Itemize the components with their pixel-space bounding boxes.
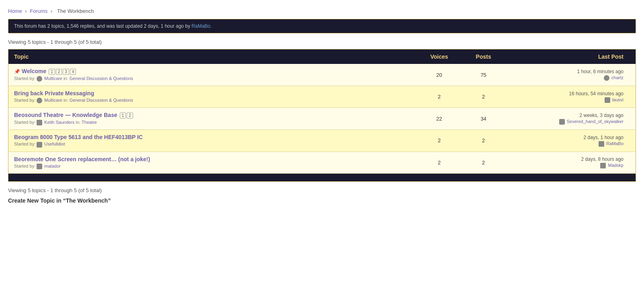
col-last-post: Last Post [505, 49, 636, 64]
forum-info-bar: This forum has 2 topics, 1,546 replies, … [8, 19, 636, 33]
last-post-time-5: 2 days, 8 hours ago [510, 156, 623, 162]
author-avatar [37, 164, 42, 169]
topic-title-3[interactable]: Beosound Theatre — Knowledge Base [14, 112, 117, 118]
breadcrumb-home[interactable]: Home [8, 8, 22, 14]
page-links: 12 [120, 113, 133, 119]
viewing-top: Viewing 5 topics - 1 through 5 (of 5 tot… [8, 39, 636, 45]
author-link-5[interactable]: matador [44, 164, 60, 168]
started-by-3: Started by: Keith Saunders in: Theatre [14, 120, 410, 125]
page-link[interactable]: 3 [63, 69, 69, 75]
voices-cell-4: 2 [416, 130, 462, 152]
author-link-2[interactable]: Multicare [44, 98, 62, 103]
started-by-5: Started by: matador [14, 164, 410, 169]
last-post-cell-3: 2 weeks, 3 days ago Severed_hand_of_skyw… [505, 108, 636, 130]
page-links: 1234 [49, 69, 76, 75]
last-post-user-4: RaMaBo [510, 141, 623, 147]
table-header-row: Topic Voices Posts Last Post [8, 49, 636, 64]
topic-title-2[interactable]: Bring back Private Messaging [14, 90, 94, 96]
last-post-user-3: Severed_hand_of_skywalker [510, 119, 623, 125]
breadcrumb: Home › Forums › The Workbench [8, 8, 636, 14]
page-link[interactable]: 2 [127, 113, 133, 119]
last-post-user-2: lausvi [510, 97, 623, 103]
topic-title-1[interactable]: Welcome [22, 68, 46, 74]
last-post-user-1: chartz [510, 75, 623, 81]
table-footer-row [8, 173, 636, 181]
table-row: 📌Welcome1234 Started by: Multicare in: G… [8, 64, 636, 86]
topic-cell-3: Beosound Theatre — Knowledge Base12 Star… [8, 108, 416, 130]
breadcrumb-section: The Workbench [57, 8, 94, 14]
voices-cell-1: 20 [416, 64, 462, 86]
author-link-4[interactable]: Usefulldiot [44, 142, 65, 146]
started-by-4: Started by: Usefulldiot [14, 142, 410, 147]
breadcrumb-sep2: › [51, 8, 54, 14]
table-footer-cell [8, 173, 636, 181]
last-post-user-link-5[interactable]: Madskp [608, 163, 623, 168]
last-post-avatar [604, 75, 609, 81]
posts-cell-4: 2 [462, 130, 505, 152]
last-post-time-4: 2 days, 1 hour ago [510, 135, 623, 140]
last-post-user-5: Madskp [510, 163, 623, 168]
last-post-cell-5: 2 days, 8 hours ago Madskp [505, 152, 636, 173]
page-link[interactable]: 1 [49, 69, 55, 75]
category-link-2[interactable]: General Discussion & Questions [70, 98, 133, 103]
col-posts: Posts [462, 49, 505, 64]
col-topic: Topic [8, 49, 416, 64]
author-avatar [37, 76, 42, 82]
page-link[interactable]: 2 [56, 69, 62, 75]
last-post-time-2: 16 hours, 54 minutes ago [510, 91, 623, 96]
last-post-user-link-1[interactable]: chartz [611, 75, 623, 80]
breadcrumb-sep1: › [25, 8, 28, 14]
forum-info-text: This forum has 2 topics, 1,546 replies, … [14, 23, 190, 29]
author-avatar [37, 98, 42, 103]
category-link-1[interactable]: General Discussion & Questions [70, 76, 133, 81]
create-topic-label: Create New Topic in “The Workbench” [8, 197, 636, 204]
posts-cell-5: 2 [462, 152, 505, 173]
topic-cell-1: 📌Welcome1234 Started by: Multicare in: G… [8, 64, 416, 86]
author-avatar [37, 120, 42, 125]
breadcrumb-forums[interactable]: Forums [30, 8, 47, 14]
voices-cell-2: 2 [416, 86, 462, 108]
last-post-avatar [605, 97, 610, 103]
table-row: Beogram 8000 Type 5613 and the HEF4013BP… [8, 130, 636, 152]
topics-table: Topic Voices Posts Last Post 📌Welcome123… [8, 49, 636, 182]
topic-title-4[interactable]: Beogram 8000 Type 5613 and the HEF4013BP… [14, 134, 143, 140]
posts-cell-3: 34 [462, 108, 505, 130]
last-post-time-1: 1 hour, 6 minutes ago [510, 69, 623, 74]
voices-cell-3: 22 [416, 108, 462, 130]
table-row: Beosound Theatre — Knowledge Base12 Star… [8, 108, 636, 130]
posts-cell-1: 75 [462, 64, 505, 86]
topic-cell-2: Bring back Private Messaging Started by:… [8, 86, 416, 108]
last-post-time-3: 2 weeks, 3 days ago [510, 113, 623, 118]
started-by-1: Started by: Multicare in: General Discus… [14, 76, 410, 82]
last-post-cell-1: 1 hour, 6 minutes ago chartz [505, 64, 636, 86]
topic-cell-5: Beoremote One Screen replacement… (not a… [8, 152, 416, 173]
table-row: Beoremote One Screen replacement… (not a… [8, 152, 636, 173]
page-link[interactable]: 4 [70, 69, 76, 75]
last-post-cell-4: 2 days, 1 hour ago RaMaBo [505, 130, 636, 152]
pin-icon: 📌 [14, 69, 20, 74]
col-voices: Voices [416, 49, 462, 64]
author-avatar [37, 142, 42, 148]
started-by-2: Started by: Multicare in: General Discus… [14, 98, 410, 103]
topic-cell-4: Beogram 8000 Type 5613 and the HEF4013BP… [8, 130, 416, 152]
category-link-3[interactable]: Theatre [82, 120, 97, 125]
last-post-cell-2: 16 hours, 54 minutes ago lausvi [505, 86, 636, 108]
viewing-bottom: Viewing 5 topics - 1 through 5 (of 5 tot… [8, 187, 636, 193]
last-post-user-link-2[interactable]: lausvi [612, 97, 623, 102]
last-post-avatar [599, 141, 604, 147]
page-link[interactable]: 1 [120, 113, 126, 119]
author-link-3[interactable]: Keith Saunders [44, 120, 74, 125]
last-post-user-link-4[interactable]: RaMaBo [606, 141, 623, 146]
forum-last-user-link[interactable]: RaMaBo. [192, 23, 212, 29]
posts-cell-2: 2 [462, 86, 505, 108]
author-link-1[interactable]: Multicare [44, 76, 62, 81]
last-post-avatar [600, 163, 606, 168]
table-row: Bring back Private Messaging Started by:… [8, 86, 636, 108]
voices-cell-5: 2 [416, 152, 462, 173]
last-post-avatar [559, 119, 565, 125]
topic-title-5[interactable]: Beoremote One Screen replacement… (not a… [14, 156, 150, 162]
last-post-user-link-3[interactable]: Severed_hand_of_skywalker [567, 119, 623, 124]
